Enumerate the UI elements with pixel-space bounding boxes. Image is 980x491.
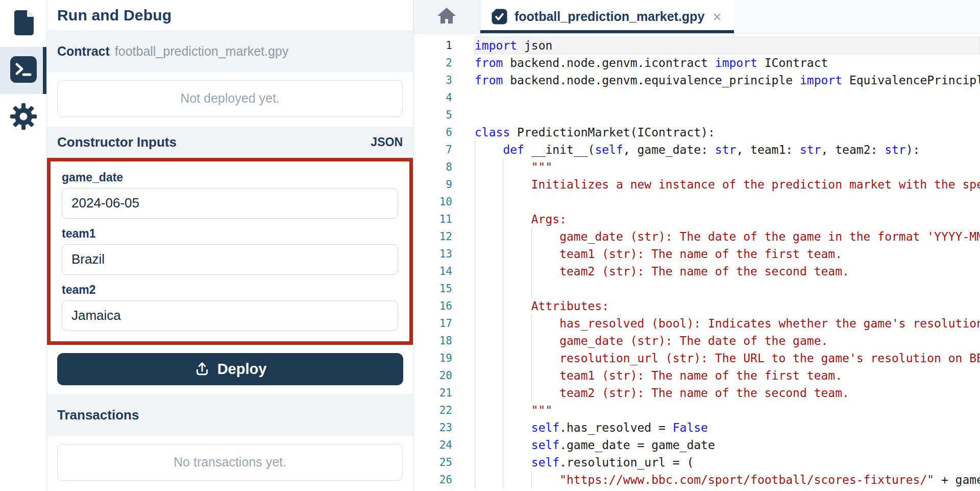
line-number: 20 bbox=[413, 367, 452, 384]
run-debug-panel: Run and Debug Contract football_predicti… bbox=[47, 0, 413, 491]
code-line[interactable]: 14 team2 (str): The name of the second t… bbox=[413, 263, 980, 280]
indent-guide bbox=[503, 454, 503, 471]
constructor-inputs-form: game_dateteam1team2 bbox=[47, 158, 413, 345]
indent-guide bbox=[503, 211, 503, 228]
app-window: Run and Debug Contract football_predicti… bbox=[0, 0, 980, 491]
line-number: 5 bbox=[413, 106, 452, 124]
code-line[interactable]: 10 bbox=[413, 193, 980, 211]
home-icon bbox=[436, 6, 457, 27]
indent-guide bbox=[475, 158, 475, 176]
constructor-field-team1: team1 bbox=[62, 226, 398, 282]
constructor-field-game_date: game_date bbox=[62, 170, 398, 226]
indent-guide bbox=[475, 297, 475, 315]
indent-guide bbox=[475, 193, 475, 211]
code-line[interactable]: 17 has_resolved (bool): Indicates whethe… bbox=[413, 315, 980, 332]
tab-close-icon[interactable]: × bbox=[712, 9, 723, 25]
team2-input[interactable] bbox=[62, 300, 398, 331]
line-number: 17 bbox=[413, 315, 452, 332]
line-number: 25 bbox=[413, 454, 452, 471]
code-line[interactable]: 7 def __init__(self, game_date: str, tea… bbox=[413, 141, 980, 158]
code-line[interactable]: 8 """ bbox=[413, 158, 980, 176]
line-number: 1 bbox=[413, 37, 452, 54]
home-button[interactable] bbox=[436, 6, 457, 27]
line-number: 23 bbox=[413, 419, 452, 436]
code-line[interactable]: 24 self.game_date = game_date bbox=[413, 436, 980, 454]
code-line[interactable]: 6class PredictionMarket(IContract): bbox=[413, 124, 980, 141]
json-toggle-button[interactable]: JSON bbox=[371, 135, 403, 149]
indent-guide bbox=[503, 402, 503, 419]
line-number: 14 bbox=[413, 263, 452, 280]
code-line[interactable]: 25 self.resolution_url = ( bbox=[413, 454, 980, 471]
rail-item-settings[interactable] bbox=[0, 94, 46, 141]
code-line[interactable]: 2from backend.node.genvm.icontract impor… bbox=[413, 54, 980, 72]
game_date-input[interactable] bbox=[62, 188, 398, 219]
line-number: 16 bbox=[413, 297, 452, 315]
indent-guide bbox=[503, 193, 503, 211]
indent-guide bbox=[475, 332, 475, 349]
code-line[interactable]: 23 self.has_resolved = False bbox=[413, 419, 980, 436]
line-number: 8 bbox=[413, 158, 452, 176]
indent-guide bbox=[475, 384, 475, 402]
code-line[interactable]: 11 Args: bbox=[413, 211, 980, 228]
line-number: 24 bbox=[413, 436, 452, 454]
indent-guide bbox=[475, 419, 475, 436]
indent-guide bbox=[531, 332, 532, 349]
code-line[interactable]: 20 team1 (str): The name of the first te… bbox=[413, 367, 980, 384]
code-line[interactable]: 26 "https://www.bbc.com/sport/football/s… bbox=[413, 471, 980, 488]
indent-guide bbox=[503, 228, 503, 245]
constructor-inputs-title: Constructor Inputs bbox=[57, 134, 177, 150]
line-number: 11 bbox=[413, 211, 452, 228]
line-number: 15 bbox=[413, 280, 452, 297]
line-number: 13 bbox=[413, 245, 452, 263]
code-line[interactable]: 9 Initializes a new instance of the pred… bbox=[413, 176, 980, 193]
line-number: 22 bbox=[413, 402, 452, 419]
indent-guide bbox=[503, 349, 503, 367]
indent-guide bbox=[503, 297, 503, 315]
editor-tab-bar: football_prediction_market.gpy × bbox=[413, 0, 980, 34]
indent-guide bbox=[531, 384, 532, 402]
indent-guide bbox=[531, 367, 532, 384]
field-label: team2 bbox=[62, 282, 398, 297]
indent-guide bbox=[503, 315, 503, 332]
transactions-section: No transactions yet. bbox=[47, 436, 413, 491]
code-line[interactable]: 19 resolution_url (str): The URL to the … bbox=[413, 349, 980, 367]
constructor-field-team2: team2 bbox=[62, 282, 398, 331]
activity-bar bbox=[0, 0, 47, 491]
tab-football-prediction-market[interactable]: football_prediction_market.gpy × bbox=[480, 0, 734, 33]
indent-guide bbox=[475, 315, 475, 332]
team1-input[interactable] bbox=[62, 244, 398, 275]
indent-guide bbox=[475, 263, 475, 280]
code-line[interactable]: 22 """ bbox=[413, 402, 980, 419]
code-line[interactable]: 1import json bbox=[413, 37, 980, 54]
indent-guide bbox=[531, 280, 532, 297]
constructor-inputs-header: Constructor Inputs JSON bbox=[47, 127, 413, 158]
code-line[interactable]: 16 Attributes: bbox=[413, 297, 980, 315]
line-number: 9 bbox=[413, 176, 452, 193]
code-area[interactable]: 1import json2from backend.node.genvm.ico… bbox=[413, 34, 980, 491]
code-line[interactable]: 3from backend.node.genvm.equivalence_pri… bbox=[413, 72, 980, 89]
page-title: Run and Debug bbox=[57, 7, 172, 24]
file-check-icon bbox=[492, 9, 507, 25]
deploy-button[interactable]: Deploy bbox=[57, 353, 403, 386]
transactions-empty-state: No transactions yet. bbox=[57, 444, 403, 481]
code-line[interactable]: 21 team2 (str): The name of the second t… bbox=[413, 384, 980, 402]
code-line[interactable]: 13 team1 (str): The name of the first te… bbox=[413, 245, 980, 263]
deploy-status-section: Not deployed yet. bbox=[47, 72, 413, 127]
file-icon bbox=[12, 9, 35, 38]
code-line[interactable]: 12 game_date (str): The date of the game… bbox=[413, 228, 980, 245]
code-line[interactable]: 5 bbox=[413, 106, 980, 124]
line-number: 4 bbox=[413, 89, 452, 106]
indent-guide bbox=[531, 263, 532, 280]
rail-item-files[interactable] bbox=[0, 0, 46, 47]
code-editor: football_prediction_market.gpy × 1import… bbox=[413, 0, 980, 491]
rail-item-run-debug[interactable] bbox=[0, 47, 46, 94]
line-number: 3 bbox=[413, 72, 452, 89]
indent-guide bbox=[475, 436, 475, 454]
code-line[interactable]: 18 game_date (str): The date of the game… bbox=[413, 332, 980, 349]
indent-guide bbox=[475, 471, 475, 488]
code-line[interactable]: 4 bbox=[413, 89, 980, 106]
indent-guide bbox=[475, 402, 475, 419]
contract-filename: football_prediction_market.gpy bbox=[115, 44, 288, 59]
code-line[interactable]: 15 bbox=[413, 280, 980, 297]
indent-guide bbox=[531, 245, 532, 263]
